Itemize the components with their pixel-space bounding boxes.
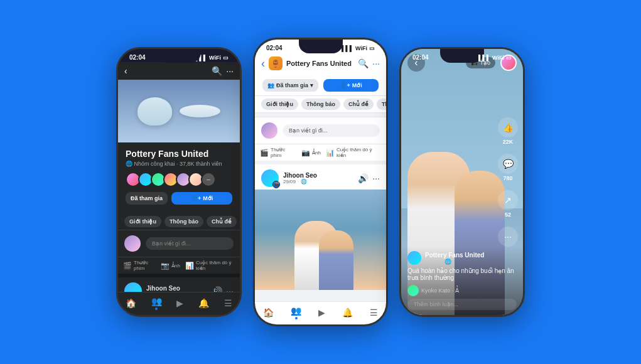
video-post-info-left: Pottery Fans United 29/09 · 🌐 xyxy=(407,251,517,265)
post-action-video-center[interactable]: 🎬 Thước phim xyxy=(260,147,296,158)
wifi-icon-center: WiFi xyxy=(355,45,367,51)
comment-icon-right: 💬 xyxy=(498,154,518,174)
post-action-photo-left[interactable]: 📷 Ảnh xyxy=(161,262,180,270)
tab-thong-bao-center[interactable]: Thông báo xyxy=(301,99,340,110)
search-icon-center[interactable]: 🔍 xyxy=(358,58,369,68)
tab-gioi-thieu-left[interactable]: Giới thiệu xyxy=(124,216,161,227)
back-icon-center[interactable]: ‹ xyxy=(261,57,265,70)
post-composer-center: Bạn viết gì đi... xyxy=(255,117,386,144)
person2-center xyxy=(319,230,353,290)
bottom-nav-groups-center[interactable]: 👥 xyxy=(291,306,301,319)
joined-button-left[interactable]: Đã tham gia xyxy=(126,192,168,205)
post-author-name-center: Jihoon Seo xyxy=(283,172,353,179)
time-right: 02:04 xyxy=(412,54,429,61)
post-more-left[interactable]: 🔊 ··· xyxy=(212,286,234,292)
composer-input-center[interactable]: Bạn viết gì đi... xyxy=(283,124,380,137)
video-poster-date-right: 29/09 xyxy=(425,259,439,265)
cover-image-left xyxy=(118,80,240,142)
bottom-nav-left: 🏠 👥 ▶ 🔔 ☰ xyxy=(118,292,240,315)
time-center: 02:04 xyxy=(266,45,283,51)
post-avatar-center: 🎬 xyxy=(261,169,279,187)
privacy-icon-video-right: 🌐 xyxy=(444,259,451,265)
composer-input-left[interactable]: Bạn viết gì đi... xyxy=(146,237,234,250)
video-group-name-right: Pottery Fans United xyxy=(425,252,484,259)
joined-button-center[interactable]: 👥 Đã tham gia ▾ xyxy=(262,79,318,92)
nav-bar-center: ‹ 🏺 Pottery Fans United 🔍 ··· xyxy=(255,53,386,74)
video-caption-right: Quá hoàn hảo cho những buổi hẹn ăn trưa … xyxy=(407,267,517,281)
signal-icon-right: ▌▌▌ xyxy=(478,55,490,61)
phone-left: 02:04 ▌▌▌ WiFi ▭ ‹ 🔍 ··· xyxy=(116,47,242,317)
post-header-center: 🎬 Jihoon Seo 29/09 · 🌐 🔊 ··· xyxy=(255,164,386,190)
group-meta-left: 🌐 Nhóm công khai · 37,8K thành viên xyxy=(126,161,232,167)
screen-center: ‹ 🏺 Pottery Fans United 🔍 ··· 👥 Đã tham … xyxy=(255,53,386,301)
share-action-right[interactable]: ↗ 52 xyxy=(498,190,518,218)
post-actions-center: 🎬 Thước phim 📷 Ảnh 📊 Cuộc thăm dò ý kiến xyxy=(255,144,386,161)
tab-gioi-thieu-center[interactable]: Giới thiệu xyxy=(261,99,298,110)
more-icon-post-center: ··· xyxy=(372,173,380,183)
side-user-name: Kyoko Kato · Ả xyxy=(421,287,459,294)
post-action-photo-center[interactable]: 📷 Ảnh xyxy=(301,149,321,157)
tab-thuoc-p-center[interactable]: Thước p xyxy=(377,99,386,110)
phone-right: 02:04 ▌▌▌ WiFi ▭ ‹ 📷 Tạo xyxy=(399,47,525,317)
back-icon-left[interactable]: ‹ xyxy=(124,66,127,76)
post-action-poll-center[interactable]: 📊 Cuộc thăm dò ý kiến xyxy=(326,147,381,158)
tab-thong-bao-left[interactable]: Thông báo xyxy=(164,216,203,227)
post-author-meta-center: 29/09 · 🌐 xyxy=(283,179,353,185)
status-icons-right: ▌▌▌ WiFi ▭ xyxy=(478,55,512,61)
video-screen-right: ‹ 📷 Tạo 👍 22K 💬 780 xyxy=(401,49,523,315)
bottom-nav-home-left[interactable]: 🏠 xyxy=(126,298,136,308)
video-comment-input-right: Kyoko Kato · Ả xyxy=(407,285,517,296)
invite-button-center[interactable]: 👤+ Mới xyxy=(323,79,379,92)
bottom-nav-bell-left[interactable]: 🔔 xyxy=(198,298,209,308)
more-icon-center[interactable]: ··· xyxy=(372,58,380,68)
person-add-icon-center: 👤+ xyxy=(340,82,350,88)
bottom-nav-menu-center[interactable]: ☰ xyxy=(370,308,378,318)
group-name-left: Pottery Fans United xyxy=(126,149,232,159)
like-count-right: 22K xyxy=(503,139,514,145)
invite-button-left[interactable]: 👤+ Mới xyxy=(171,192,232,205)
more-icon-post-left: ··· xyxy=(226,286,234,292)
video-overlay-bottom-right: Pottery Fans United 29/09 · 🌐 Quá hoàn h… xyxy=(401,246,523,315)
bottom-nav-home-center[interactable]: 🏠 xyxy=(263,308,274,318)
tab-chu-de-left[interactable]: Chủ đề xyxy=(207,216,237,227)
post-more-center[interactable]: 🔊 ··· xyxy=(358,173,380,183)
side-user-info: Kyoko Kato · Ả xyxy=(407,285,459,296)
signal-icon-center: ▌▌▌ xyxy=(342,45,353,51)
bottom-nav-video-left[interactable]: ▶ xyxy=(176,298,183,308)
share-count-right: 52 xyxy=(505,211,511,218)
post-avatar-badge-center: 🎬 xyxy=(272,181,280,188)
more-icon-video-right: ··· xyxy=(498,227,518,247)
video-icon-center: 🎬 xyxy=(260,149,269,157)
more-icon-left[interactable]: ··· xyxy=(226,66,234,76)
pottery-plate xyxy=(180,105,220,117)
photo-icon-center: 📷 xyxy=(301,149,310,157)
bottom-nav-center: 🏠 👥 ▶ 🔔 ☰ xyxy=(255,301,386,324)
comment-placeholder-right[interactable]: Thêm bình luận... xyxy=(407,299,517,310)
volume-icon-center: 🔊 xyxy=(358,173,369,183)
post-action-poll-left[interactable]: 📊 Cuộc thăm dò ý kiến xyxy=(185,260,235,271)
status-icons-center: ▌▌▌ WiFi ▭ xyxy=(342,45,375,51)
share-icon-right: ↗ xyxy=(498,190,518,210)
bottom-nav-menu-left[interactable]: ☰ xyxy=(224,298,232,308)
post-action-video-left[interactable]: 🎬 Thước phim xyxy=(123,260,156,271)
poll-icon-left: 📊 xyxy=(185,262,194,270)
notch-left xyxy=(157,49,201,63)
group-title-center: Pottery Fans United xyxy=(286,60,354,67)
tab-chu-de-center[interactable]: Chủ đề xyxy=(343,99,374,110)
search-icon-left[interactable]: 🔍 xyxy=(212,66,222,76)
active-indicator-center xyxy=(295,317,298,319)
bottom-nav-video-center[interactable]: ▶ xyxy=(318,308,325,318)
post-actions-left: 🎬 Thước phim 📷 Ảnh 📊 Cuộc thăm dò ý kiến xyxy=(118,257,240,274)
post-author-center: Jihoon Seo 29/09 · 🌐 xyxy=(283,172,353,185)
status-bar-right: 02:04 ▌▌▌ WiFi ▭ xyxy=(401,49,523,62)
comment-action-right[interactable]: 💬 780 xyxy=(498,154,518,181)
bottom-nav-groups-left[interactable]: 👥 xyxy=(151,296,162,310)
more-action-right[interactable]: ··· xyxy=(498,227,518,247)
bottom-nav-bell-center[interactable]: 🔔 xyxy=(342,308,353,318)
like-action-right[interactable]: 👍 22K xyxy=(498,117,518,145)
person-add-icon-left: 👤+ xyxy=(191,195,201,201)
volume-icon-left: 🔊 xyxy=(212,286,222,292)
group-emoji-center: 🏺 xyxy=(271,60,280,68)
video-post-avatar-sm-right xyxy=(407,251,421,265)
like-icon-right: 👍 xyxy=(498,117,518,137)
